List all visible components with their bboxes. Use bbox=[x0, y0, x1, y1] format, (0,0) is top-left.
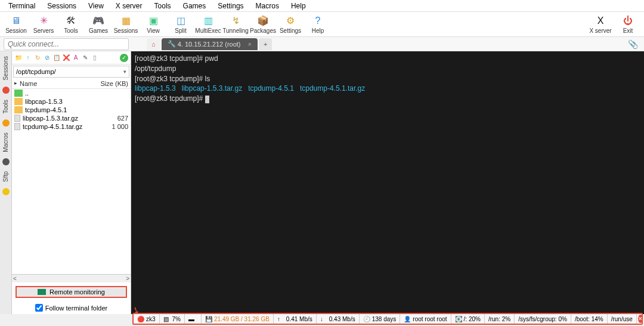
menu-x-server[interactable]: X server bbox=[110, 2, 148, 10]
terminal-pane: [root@zk3 tcpdump]# pwd/opt/tcpdump[root… bbox=[131, 51, 644, 314]
status-item: 🕘138 days bbox=[360, 314, 401, 324]
left-tab-strip: SessionsToolsMacrosSftp bbox=[0, 51, 12, 314]
paperclip-icon[interactable]: 📎 bbox=[628, 39, 638, 49]
servers-icon: ✳ bbox=[38, 15, 49, 27]
file-row[interactable]: .. bbox=[12, 89, 131, 97]
status-item: /run/use bbox=[608, 314, 637, 324]
sessions-icon: ▦ bbox=[120, 15, 132, 27]
tool-servers[interactable]: ✳Servers bbox=[30, 15, 57, 34]
tool-packages[interactable]: 📦Packages bbox=[249, 15, 277, 34]
help-icon: ? bbox=[312, 15, 324, 27]
follow-checkbox[interactable] bbox=[35, 304, 43, 312]
wrench-icon: 🔧 bbox=[168, 40, 176, 48]
quick-connect-input[interactable] bbox=[4, 38, 129, 50]
sb-tool-icon[interactable]: ⊘ bbox=[43, 54, 51, 62]
session-tab-active[interactable]: 🔧 4. 10.15.21.212 (root) × bbox=[162, 38, 258, 50]
h-scrollbar[interactable]: <> bbox=[12, 274, 131, 282]
side-tab-sftp[interactable]: Sftp bbox=[1, 167, 10, 187]
status-item: ▬ bbox=[185, 314, 202, 324]
col-name-header[interactable]: Name bbox=[20, 80, 98, 87]
remote-monitoring-button[interactable]: Remote monitoring bbox=[16, 286, 127, 298]
follow-terminal-row: Follow terminal folder bbox=[12, 302, 131, 314]
status-icon: ▬ bbox=[188, 316, 196, 322]
status-item: 👤root root root bbox=[400, 314, 451, 324]
menubar: TerminalSessionsViewX serverToolsGamesSe… bbox=[0, 0, 644, 12]
status-item: ↑0.41 Mb/s bbox=[274, 314, 317, 324]
split-icon: ◫ bbox=[175, 15, 187, 27]
sb-tool-icon[interactable]: ↑ bbox=[24, 54, 32, 62]
menu-view[interactable]: View bbox=[82, 2, 110, 10]
status-item: /run: 2% bbox=[485, 314, 515, 324]
sb-tool-icon[interactable]: ↻ bbox=[33, 54, 42, 62]
terminal-output[interactable]: [root@zk3 tcpdump]# pwd/opt/tcpdump[root… bbox=[131, 51, 644, 314]
status-icon: 🕘 bbox=[363, 316, 370, 322]
sb-tool-icon[interactable]: 📁 bbox=[14, 54, 23, 62]
close-icon[interactable]: × bbox=[248, 41, 252, 48]
status-icon: 🔴 bbox=[137, 316, 144, 322]
path-input[interactable]: /opt/tcpdump/ ▾ bbox=[13, 66, 129, 78]
status-close-icon[interactable]: ✕ bbox=[638, 315, 643, 323]
packages-icon: 📦 bbox=[257, 15, 269, 27]
chevron-icon[interactable]: ▸ bbox=[14, 80, 17, 87]
file-icon bbox=[14, 123, 20, 130]
menu-help[interactable]: Help bbox=[285, 2, 312, 10]
status-icon: ↑ bbox=[277, 316, 284, 322]
sidebar-toolbar: 📁↑↻⊘📋❌A✎▯✓ bbox=[12, 51, 131, 64]
file-list-header: ▸ Name Size (KB) bbox=[12, 79, 131, 89]
main-toolbar: 🖥Session✳Servers🛠Tools🎮Games▦Sessions▣Vi… bbox=[0, 12, 644, 37]
quick-connect-row: ⌂ 🔧 4. 10.15.21.212 (root) × + 📎 bbox=[0, 37, 644, 51]
file-row[interactable]: libpcap-1.5.3 bbox=[12, 97, 131, 106]
menu-terminal[interactable]: Terminal bbox=[2, 2, 41, 10]
settings-icon: ⚙ bbox=[284, 15, 296, 27]
col-size-header[interactable]: Size (KB) bbox=[98, 80, 128, 87]
menu-games[interactable]: Games bbox=[177, 2, 212, 10]
sftp-sidebar: 📁↑↻⊘📋❌A✎▯✓ /opt/tcpdump/ ▾ ▸ Name Size (… bbox=[12, 51, 131, 314]
sb-tool-icon[interactable]: A bbox=[72, 54, 80, 62]
file-row[interactable]: libpcap-1.5.3.tar.gz627 bbox=[12, 114, 131, 122]
home-tab[interactable]: ⌂ bbox=[147, 38, 160, 50]
side-tab-macros[interactable]: Macros bbox=[1, 128, 10, 157]
tool-session[interactable]: 🖥Session bbox=[2, 15, 30, 34]
file-row[interactable]: tcpdump-4.5.1.tar.gz1 000 bbox=[12, 122, 131, 131]
exit-icon: ⏻ bbox=[622, 15, 634, 27]
side-tab-tools[interactable]: Tools bbox=[1, 95, 10, 118]
tool-exit[interactable]: ⏻Exit bbox=[614, 15, 642, 34]
folder-icon bbox=[14, 98, 23, 105]
remote-status-bar: 🔴zk3▧7%▬💾21.49 GB / 31.26 GB↑0.41 Mb/s↓0… bbox=[132, 313, 643, 325]
file-row[interactable]: tcpdump-4.5.1 bbox=[12, 106, 131, 114]
menu-sessions[interactable]: Sessions bbox=[41, 2, 82, 10]
status-icon: ↓ bbox=[320, 316, 327, 322]
tool-view[interactable]: ▣View bbox=[140, 15, 167, 34]
tool-split[interactable]: ◫Split bbox=[167, 15, 194, 34]
sb-tool-icon[interactable]: ▯ bbox=[91, 54, 99, 62]
session-icon: 🖥 bbox=[10, 15, 22, 27]
x server-icon: X bbox=[595, 15, 606, 27]
tool-tools[interactable]: 🛠Tools bbox=[57, 15, 85, 34]
new-tab-button[interactable]: + bbox=[259, 38, 272, 50]
folder-icon bbox=[14, 106, 23, 113]
dropdown-icon[interactable]: ▾ bbox=[123, 69, 126, 75]
tool-tunneling[interactable]: ↯Tunneling bbox=[222, 15, 249, 34]
tool-games[interactable]: 🎮Games bbox=[85, 15, 112, 34]
menu-tools[interactable]: Tools bbox=[148, 2, 177, 10]
view-icon: ▣ bbox=[147, 15, 159, 27]
tool-help[interactable]: ?Help bbox=[304, 15, 332, 34]
sb-tool-icon[interactable]: ✎ bbox=[81, 54, 89, 62]
tool-x-server[interactable]: XX server bbox=[587, 15, 614, 34]
menu-macros[interactable]: Macros bbox=[250, 2, 285, 10]
file-icon bbox=[14, 115, 20, 122]
monitor-icon bbox=[38, 289, 46, 295]
sb-tool-icon[interactable]: ❌ bbox=[62, 54, 70, 62]
tools-icon: 🛠 bbox=[65, 15, 77, 27]
sb-tool-icon[interactable]: 📋 bbox=[52, 54, 61, 62]
session-tabs: ⌂ 🔧 4. 10.15.21.212 (root) × + bbox=[147, 38, 273, 50]
remote-monitoring-label: Remote monitoring bbox=[49, 288, 105, 296]
menu-settings[interactable]: Settings bbox=[212, 2, 249, 10]
follow-label: Follow terminal folder bbox=[45, 305, 108, 312]
tool-sessions[interactable]: ▦Sessions bbox=[112, 15, 140, 34]
tool-settings[interactable]: ⚙Settings bbox=[277, 15, 304, 34]
status-icon: 💽 bbox=[455, 316, 462, 322]
side-tab-sessions[interactable]: Sessions bbox=[1, 51, 10, 85]
tool-multiexec[interactable]: ▥MultiExec bbox=[194, 15, 222, 34]
tunneling-icon: ↯ bbox=[230, 15, 242, 27]
